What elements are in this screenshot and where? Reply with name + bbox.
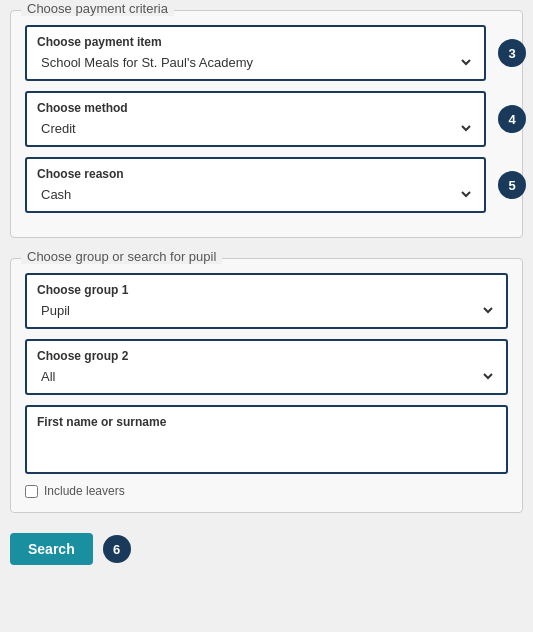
group1-select[interactable]: Pupil All [37, 302, 496, 319]
method-select[interactable]: Credit Debit Cash [37, 120, 474, 137]
step-badge-6: 6 [103, 535, 131, 563]
method-wrapper: Choose method Credit Debit Cash 4 [25, 91, 508, 147]
method-label: Choose method [37, 101, 474, 115]
group1-field: Choose group 1 Pupil All [25, 273, 508, 329]
reason-wrapper: Choose reason Cash Credit Other 5 [25, 157, 508, 213]
payment-criteria-legend: Choose payment criteria [21, 1, 174, 16]
include-leavers-checkbox[interactable] [25, 485, 38, 498]
reason-field: Choose reason Cash Credit Other [25, 157, 486, 213]
group2-field: Choose group 2 All Group A Group B [25, 339, 508, 395]
step-badge-5: 5 [498, 171, 526, 199]
search-row: Search 6 [10, 533, 523, 565]
step-badge-3: 3 [498, 39, 526, 67]
payment-item-wrapper: Choose payment item School Meals for St.… [25, 25, 508, 81]
payment-item-select[interactable]: School Meals for St. Paul's Academy [37, 54, 474, 71]
name-input[interactable] [37, 434, 496, 464]
method-field: Choose method Credit Debit Cash [25, 91, 486, 147]
name-field: First name or surname [25, 405, 508, 474]
reason-label: Choose reason [37, 167, 474, 181]
include-leavers-row: Include leavers [25, 484, 508, 498]
group2-select[interactable]: All Group A Group B [37, 368, 496, 385]
payment-item-label: Choose payment item [37, 35, 474, 49]
group2-label: Choose group 2 [37, 349, 496, 363]
include-leavers-label: Include leavers [44, 484, 125, 498]
payment-criteria-section: Choose payment criteria Choose payment i… [10, 10, 523, 238]
reason-select[interactable]: Cash Credit Other [37, 186, 474, 203]
group-search-legend: Choose group or search for pupil [21, 249, 222, 264]
name-label: First name or surname [37, 415, 496, 429]
group-search-section: Choose group or search for pupil Choose … [10, 258, 523, 513]
payment-item-field: Choose payment item School Meals for St.… [25, 25, 486, 81]
search-button[interactable]: Search [10, 533, 93, 565]
step-badge-4: 4 [498, 105, 526, 133]
group1-label: Choose group 1 [37, 283, 496, 297]
